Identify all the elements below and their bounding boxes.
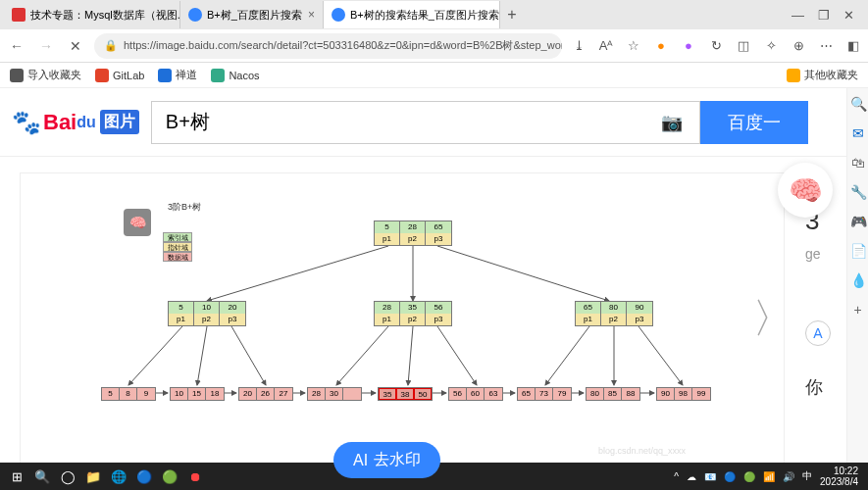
import-bookmarks[interactable]: 导入收藏夹 — [10, 68, 81, 82]
clock-time: 10:22 — [820, 466, 858, 476]
svg-line-2 — [437, 246, 609, 301]
pdf-icon — [12, 8, 26, 22]
gitlab-icon — [95, 69, 109, 82]
svg-line-5 — [231, 326, 266, 385]
browser-tabs: 技术专题：Mysql数据库（视图... × B+树_百度图片搜索 × B+树的搜… — [4, 0, 782, 29]
search-input[interactable]: B+树 📷 — [151, 101, 700, 144]
ext-icon-2[interactable]: ● — [680, 37, 697, 55]
browser-tab-2[interactable]: B+树_百度图片搜索 × — [180, 1, 324, 28]
taskbar-clock[interactable]: 10:22 2023/8/4 — [820, 466, 858, 487]
info-line-4: 你 — [805, 375, 844, 399]
minimize-button[interactable]: — — [791, 8, 804, 23]
url-field[interactable]: 🔒 https://image.baidu.com/search/detail?… — [94, 33, 562, 59]
favorites-icon[interactable]: ⊕ — [790, 37, 807, 55]
tray-network[interactable]: 📶 — [763, 471, 775, 482]
other-bookmarks[interactable]: 其他收藏夹 — [787, 68, 858, 82]
forward-button: → — [35, 38, 57, 54]
ai-assistant-bubble[interactable]: 🧠 — [778, 163, 833, 218]
baidu-logo[interactable]: 🐾 Bai du 图片 — [12, 109, 139, 136]
toolbar-icons: ⤓ Aᴬ ☆ ● ● ↻ ◫ ✧ ⊕ ⋯ ◧ — [570, 37, 862, 55]
clock-date: 2023/8/4 — [820, 476, 858, 487]
menu-icon[interactable]: ⋯ — [817, 37, 835, 55]
ai-label: AI — [353, 452, 368, 469]
tray-mail[interactable]: 📧 — [704, 471, 716, 482]
browser-app[interactable]: 🌐 — [106, 465, 131, 488]
sidebar-add-icon[interactable]: + — [850, 302, 866, 318]
tray-app1[interactable]: 🔵 — [724, 471, 736, 482]
download-icon[interactable]: ⤓ — [570, 37, 587, 55]
info-icon[interactable]: A — [805, 320, 831, 346]
maximize-button[interactable]: ❐ — [818, 8, 830, 23]
edge-sidebar: 🔍 ✉ 🛍 🔧 🎮 📄 💧 + ⚙ — [846, 88, 868, 490]
sidebar-search-icon[interactable]: 🔍 — [850, 96, 866, 112]
svg-line-11 — [638, 326, 683, 385]
legend-pointer: 指针域 — [163, 242, 192, 252]
bookmark-label: Nacos — [229, 70, 259, 81]
refresh-icon[interactable]: ↻ — [707, 37, 725, 55]
tab-label: B+树的搜索结果_百度图片搜索 — [350, 8, 499, 23]
camera-icon[interactable]: 📷 — [658, 112, 686, 133]
svg-line-7 — [408, 326, 413, 385]
new-tab-button[interactable]: + — [500, 6, 524, 24]
back-button[interactable]: ← — [6, 38, 27, 54]
svg-line-8 — [437, 326, 477, 385]
sidebar-drop-icon[interactable]: 💧 — [850, 272, 866, 288]
tree-leaf-6: 566063 — [448, 387, 503, 401]
bookmark-label: 禅道 — [176, 68, 197, 82]
browser-tab-1[interactable]: 技术专题：Mysql数据库（视图... × — [4, 1, 180, 28]
page-content: 🐾 Bai du 图片 B+树 📷 百度一 🧠 图 3 ge A 你 〉 🧠 3… — [0, 88, 868, 490]
search-button[interactable]: 百度一 — [700, 101, 808, 144]
tree-mid-node-1: 51020 p1p2p3 — [168, 301, 246, 326]
taskbar-search[interactable]: 🔍 — [29, 465, 55, 488]
tree-root-node: 52865 p1p2p3 — [374, 220, 452, 246]
tree-leaf-8: 808588 — [586, 387, 640, 401]
logo-text-1: Bai — [43, 110, 77, 135]
start-button[interactable]: ⊞ — [4, 465, 29, 488]
app-6[interactable]: 🟢 — [157, 465, 182, 488]
next-image-button[interactable]: 〉 — [752, 291, 793, 346]
image-viewer: 〉 🧠 3阶B+树 索引域 指针域 数据域 — [20, 172, 785, 476]
tray-weather[interactable]: ☁ — [687, 471, 696, 482]
tray-expand[interactable]: ^ — [674, 471, 679, 482]
diagram-legend: 索引域 指针域 数据域 — [163, 232, 192, 262]
sidebar-games-icon[interactable]: 🎮 — [850, 214, 866, 229]
stop-button[interactable]: ✕ — [65, 38, 86, 54]
ext-icon-1[interactable]: ● — [652, 37, 670, 55]
remove-watermark-button[interactable]: AI 去水印 — [333, 442, 440, 478]
browser-tab-3-active[interactable]: B+树的搜索结果_百度图片搜索 × — [324, 1, 500, 28]
legend-data: 数据域 — [163, 252, 192, 262]
sidebar-tools-icon[interactable]: 🔧 — [850, 184, 866, 200]
task-view[interactable]: ◯ — [55, 465, 80, 488]
extensions-icon[interactable]: ✧ — [762, 37, 780, 55]
bookmark-label: GitLab — [113, 70, 144, 81]
read-aloud-icon[interactable]: Aᴬ — [597, 37, 615, 55]
sidebar-outlook-icon[interactable]: ✉ — [850, 125, 866, 141]
url-text: https://image.baidu.com/search/detail?ct… — [124, 38, 562, 53]
app-7[interactable]: ⏺ — [182, 465, 208, 488]
tray-app2[interactable]: 🟢 — [743, 471, 755, 482]
import-label: 导入收藏夹 — [27, 68, 81, 82]
file-explorer[interactable]: 📁 — [80, 465, 106, 488]
collections-icon[interactable]: ◫ — [735, 37, 752, 55]
close-icon[interactable]: × — [308, 8, 315, 22]
nacos-icon — [211, 69, 225, 82]
info-line-3: ge — [805, 246, 844, 262]
bookmark-zentao[interactable]: 禅道 — [158, 68, 197, 82]
search-header: 🐾 Bai du 图片 B+树 📷 百度一 — [0, 88, 868, 157]
bookmark-gitlab[interactable]: GitLab — [95, 69, 144, 82]
close-window-button[interactable]: ✕ — [843, 8, 854, 23]
tree-leaf-3: 202627 — [238, 387, 293, 401]
svg-line-9 — [545, 326, 589, 385]
favorite-icon[interactable]: ☆ — [625, 37, 642, 55]
svg-line-0 — [207, 246, 388, 301]
sidebar-icon[interactable]: ◧ — [844, 37, 862, 55]
svg-line-3 — [128, 326, 182, 385]
tray-volume[interactable]: 🔊 — [783, 471, 794, 482]
diagram-title: 3阶B+树 — [168, 201, 201, 214]
sidebar-office-icon[interactable]: 📄 — [850, 243, 866, 259]
tray-ime[interactable]: 中 — [802, 469, 812, 483]
app-5[interactable]: 🔵 — [131, 465, 157, 488]
sidebar-shopping-icon[interactable]: 🛍 — [850, 155, 866, 171]
tree-mid-node-2: 283556 p1p2p3 — [374, 301, 452, 326]
bookmark-nacos[interactable]: Nacos — [211, 69, 259, 82]
